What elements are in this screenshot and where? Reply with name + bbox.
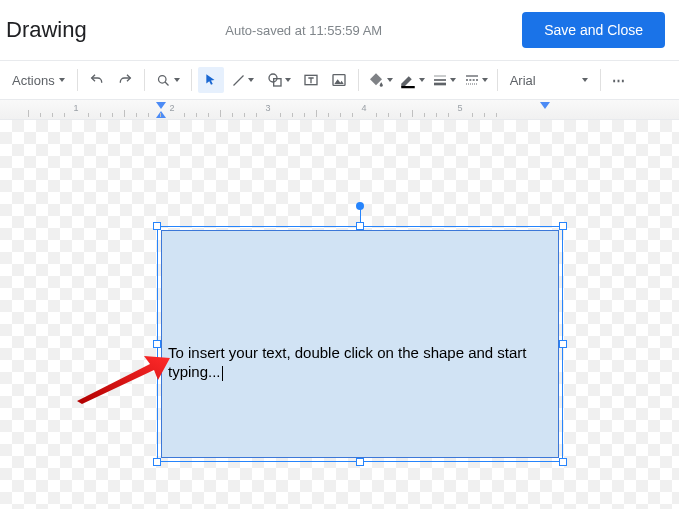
ruler-tick [472, 113, 473, 117]
svg-marker-7 [334, 79, 343, 84]
ruler-tick [184, 113, 185, 117]
ruler-tick [220, 110, 221, 117]
ruler-tick [424, 113, 425, 117]
ruler-tick [352, 113, 353, 117]
ruler-tick [124, 110, 125, 117]
textbox-icon [303, 72, 319, 88]
border-dash-button[interactable] [461, 67, 491, 93]
ruler-number: 1 [73, 103, 78, 113]
ruler-tick [436, 113, 437, 117]
separator [497, 69, 498, 91]
ruler-tick [340, 113, 341, 117]
ruler-tick [136, 113, 137, 117]
border-color-icon [399, 71, 417, 89]
annotation-arrow-icon [72, 346, 172, 406]
undo-button[interactable] [84, 67, 110, 93]
ruler-number: 2 [169, 103, 174, 113]
shape-text-content[interactable]: To insert your text, double click on the… [168, 343, 552, 381]
text-cursor [222, 366, 223, 381]
caret-down-icon [174, 78, 180, 82]
caret-down-icon [482, 78, 488, 82]
dialog-header: Drawing Auto-saved at 11:55:59 AM Save a… [0, 0, 679, 60]
actions-label: Actions [12, 73, 55, 88]
separator [191, 69, 192, 91]
toolbar: Actions [0, 60, 679, 100]
ruler-tick [448, 113, 449, 117]
ruler-number: 4 [361, 103, 366, 113]
right-indent-marker[interactable] [540, 102, 550, 109]
caret-down-icon [285, 78, 291, 82]
ruler-number: 3 [265, 103, 270, 113]
resize-handle-sw[interactable] [153, 458, 161, 466]
select-icon [204, 73, 218, 87]
zoom-icon [156, 73, 171, 88]
fill-icon [367, 71, 385, 89]
resize-handle-nw[interactable] [153, 222, 161, 230]
svg-rect-4 [273, 79, 280, 86]
ruler-tick [412, 110, 413, 117]
separator [358, 69, 359, 91]
resize-handle-n[interactable] [356, 222, 364, 230]
ruler-tick [316, 110, 317, 117]
more-button[interactable]: ⋯ [607, 67, 633, 93]
drawing-canvas[interactable]: To insert your text, double click on the… [0, 120, 679, 509]
ruler-tick [40, 113, 41, 117]
ruler-tick [112, 113, 113, 117]
image-tool[interactable] [326, 67, 352, 93]
textbox-tool[interactable] [298, 67, 324, 93]
left-indent-marker[interactable] [156, 111, 166, 118]
resize-handle-se[interactable] [559, 458, 567, 466]
svg-line-1 [165, 82, 168, 85]
ruler-tick [64, 113, 65, 117]
ruler-tick [196, 113, 197, 117]
ruler-tick [244, 113, 245, 117]
ruler-tick [400, 113, 401, 117]
undo-icon [89, 72, 105, 88]
font-select[interactable]: Arial [504, 73, 594, 88]
image-icon [331, 72, 347, 88]
horizontal-ruler[interactable]: 12345 [0, 100, 679, 120]
border-color-button[interactable] [397, 67, 427, 93]
border-weight-button[interactable] [429, 67, 459, 93]
fill-color-button[interactable] [365, 67, 395, 93]
font-label: Arial [510, 73, 536, 88]
ruler-tick [28, 110, 29, 117]
caret-down-icon [582, 78, 588, 82]
zoom-dropdown[interactable] [151, 67, 185, 93]
border-weight-icon [432, 72, 448, 88]
shape-tool[interactable] [262, 67, 296, 93]
ruler-tick [328, 113, 329, 117]
resize-handle-w[interactable] [153, 340, 161, 348]
caret-down-icon [387, 78, 393, 82]
ruler-tick [148, 113, 149, 117]
line-tool[interactable] [226, 67, 260, 93]
more-icon: ⋯ [612, 73, 627, 88]
caret-down-icon [450, 78, 456, 82]
ruler-tick [304, 113, 305, 117]
rotation-handle[interactable] [356, 202, 364, 210]
ruler-tick [232, 113, 233, 117]
actions-menu[interactable]: Actions [6, 67, 71, 93]
save-and-close-button[interactable]: Save and Close [522, 12, 665, 48]
resize-handle-s[interactable] [356, 458, 364, 466]
svg-line-2 [234, 75, 244, 85]
ruler-tick [52, 113, 53, 117]
ruler-tick [160, 113, 161, 117]
ruler-tick [208, 113, 209, 117]
redo-icon [117, 72, 133, 88]
select-tool[interactable] [198, 67, 224, 93]
shape-icon [267, 72, 283, 88]
caret-down-icon [59, 78, 65, 82]
ruler-tick [292, 113, 293, 117]
ruler-number: 5 [457, 103, 462, 113]
first-line-indent-marker[interactable] [156, 102, 166, 109]
caret-down-icon [248, 78, 254, 82]
ruler-tick [100, 113, 101, 117]
redo-button[interactable] [112, 67, 138, 93]
dialog-title: Drawing [6, 17, 87, 43]
ruler-tick [484, 113, 485, 117]
resize-handle-ne[interactable] [559, 222, 567, 230]
border-dash-icon [464, 72, 480, 88]
resize-handle-e[interactable] [559, 340, 567, 348]
caret-down-icon [419, 78, 425, 82]
